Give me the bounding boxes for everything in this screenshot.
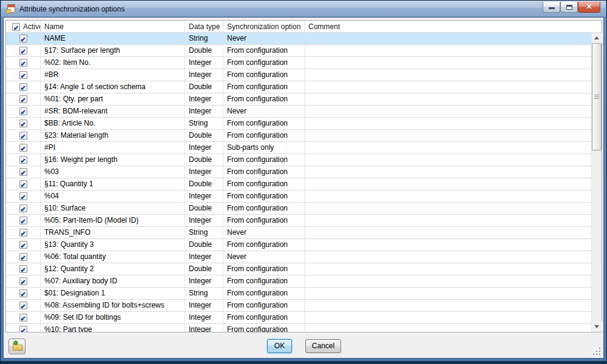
active-checkbox[interactable]: ✔ [19, 95, 27, 103]
table-row[interactable]: ✔ %06: Total quantity Integer Never [6, 251, 591, 263]
row-name-cell: $BB: Article No. [41, 118, 185, 129]
table-row[interactable]: ✔ %02: Item No. Integer From configurati… [6, 57, 591, 69]
active-checkbox[interactable]: ✔ [19, 71, 27, 79]
ok-button[interactable]: OK [267, 339, 292, 353]
row-data-type-cell: Double [185, 81, 223, 93]
vertical-scrollbar[interactable] [591, 33, 602, 332]
active-checkbox[interactable]: ✔ [19, 59, 27, 67]
check-icon: ✔ [21, 58, 26, 69]
close-button[interactable]: ✕ [578, 2, 600, 13]
row-active-cell: ✔ [6, 166, 41, 178]
table-row[interactable]: ✔ %01: Qty. per part Integer From config… [6, 93, 591, 106]
active-checkbox[interactable]: ✔ [19, 144, 27, 152]
row-active-cell: ✔ [6, 130, 41, 141]
active-checkbox[interactable]: ✔ [19, 302, 27, 309]
active-checkbox[interactable]: ✔ [19, 241, 27, 249]
active-checkbox[interactable]: ✔ [19, 180, 27, 188]
active-checkbox[interactable]: ✔ [19, 47, 27, 55]
row-active-cell: ✔ [6, 57, 41, 69]
row-name-cell: §23: Material length [41, 130, 185, 141]
cancel-button[interactable]: Cancel [305, 339, 341, 353]
active-checkbox[interactable]: ✔ [19, 265, 27, 273]
row-sync-option-cell: From configuration [223, 324, 305, 332]
column-header-comment[interactable]: Comment [305, 21, 602, 33]
table-row[interactable]: ✔ %09: Set ID for boltings Integer From … [6, 312, 591, 324]
scrollbar-thumb[interactable] [592, 43, 602, 150]
table-row[interactable]: ✔ #PI Integer Sub-parts only [6, 142, 591, 154]
row-sync-option-cell: From configuration [223, 288, 305, 299]
table-row[interactable]: ✔ §23: Material length Double From confi… [6, 130, 591, 142]
row-data-type-cell: Integer [185, 93, 223, 105]
active-checkbox[interactable]: ✔ [19, 192, 27, 200]
row-sync-option-cell: From configuration [223, 239, 305, 251]
row-sync-option-cell: From configuration [223, 130, 305, 141]
active-checkbox[interactable]: ✔ [19, 35, 27, 42]
column-header-name[interactable]: Name [41, 21, 185, 33]
table-row[interactable]: ✔ §17: Surface per length Double From co… [6, 45, 591, 57]
active-checkbox[interactable]: ✔ [19, 253, 27, 261]
attribute-table: ✔ Active Name Data type Synchronization … [5, 20, 602, 332]
row-name-cell: NAME [41, 33, 185, 44]
row-name-cell: %07: Auxiliary body ID [41, 275, 185, 287]
active-checkbox[interactable]: ✔ [19, 229, 27, 237]
row-sync-option-cell: From configuration [223, 300, 305, 311]
column-header-sync-option[interactable]: Synchronization option [223, 21, 305, 33]
load-configuration-button[interactable] [8, 339, 25, 354]
active-checkbox[interactable]: ✔ [19, 132, 27, 140]
row-comment-cell [305, 106, 591, 117]
select-all-checkbox[interactable]: ✔ [12, 23, 20, 31]
row-name-cell: TRANS_INFO [41, 227, 185, 238]
table-row[interactable]: ✔ %08: Assembling ID for bolts+screws In… [6, 300, 591, 312]
active-checkbox[interactable]: ✔ [19, 107, 27, 115]
row-name-cell: §10: Surface [41, 203, 185, 214]
scroll-up-button[interactable] [592, 33, 602, 43]
active-checkbox[interactable]: ✔ [19, 289, 27, 297]
check-icon: ✔ [21, 167, 26, 178]
table-row[interactable]: ✔ %03 Integer From configuration [6, 166, 591, 178]
table-row[interactable]: ✔ §12: Quantity 2 Double From configurat… [6, 263, 591, 275]
active-checkbox[interactable]: ✔ [19, 277, 27, 285]
active-checkbox[interactable]: ✔ [19, 326, 27, 332]
table-row[interactable]: ✔ §10: Surface Double From configuration [6, 203, 591, 215]
row-comment-cell [305, 130, 591, 141]
row-name-cell: §14: Angle 1 of section schema [41, 81, 185, 93]
active-checkbox[interactable]: ✔ [19, 204, 27, 212]
screen: Attribute synchronization options ✕ ✔ [0, 0, 607, 364]
resize-grip-icon[interactable] [593, 348, 602, 356]
table-row[interactable]: ✔ §11: Quantity 1 Double From configurat… [6, 178, 591, 190]
active-checkbox[interactable]: ✔ [19, 120, 27, 127]
row-active-cell: ✔ [6, 190, 41, 202]
active-checkbox[interactable]: ✔ [19, 156, 27, 164]
table-row[interactable]: ✔ §13: Quantity 3 Double From configurat… [6, 239, 591, 251]
table-row[interactable]: ✔ NAME String Never [6, 33, 591, 45]
table-row[interactable]: ✔ %04 Integer From configuration [6, 190, 591, 203]
row-name-cell: §16: Weight per length [41, 154, 185, 166]
table-row[interactable]: ✔ #SR: BOM-relevant Integer Never [6, 106, 591, 118]
column-header-active[interactable]: ✔ Active [6, 21, 41, 33]
table-row[interactable]: ✔ TRANS_INFO String Never [6, 227, 591, 239]
column-header-data-type[interactable]: Data type [185, 21, 223, 33]
maximize-button[interactable] [560, 2, 578, 13]
row-active-cell: ✔ [6, 81, 41, 93]
row-data-type-cell: Double [185, 154, 223, 166]
titlebar[interactable]: Attribute synchronization options ✕ [1, 1, 606, 17]
table-row[interactable]: ✔ %05: Part-Item-ID (Model ID) Integer F… [6, 215, 591, 227]
open-folder-add-icon [13, 343, 22, 351]
table-row[interactable]: ✔ %10: Part type Integer From configurat… [6, 324, 591, 332]
row-data-type-cell: Integer [185, 57, 223, 69]
scroll-down-button[interactable] [592, 322, 602, 332]
active-checkbox[interactable]: ✔ [19, 217, 27, 224]
row-active-cell: ✔ [6, 69, 41, 81]
table-row[interactable]: ✔ §16: Weight per length Double From con… [6, 154, 591, 166]
table-row[interactable]: ✔ %07: Auxiliary body ID Integer From co… [6, 275, 591, 288]
active-checkbox[interactable]: ✔ [19, 168, 27, 176]
minimize-button[interactable] [543, 2, 560, 13]
row-name-cell: §12: Quantity 2 [41, 263, 185, 275]
table-row[interactable]: ✔ #BR Integer From configuration [6, 69, 591, 81]
active-checkbox[interactable]: ✔ [19, 314, 27, 322]
active-checkbox[interactable]: ✔ [19, 83, 27, 91]
table-row[interactable]: ✔ $01: Designation 1 String From configu… [6, 288, 591, 300]
table-row[interactable]: ✔ §14: Angle 1 of section schema Double … [6, 81, 591, 93]
table-row[interactable]: ✔ $BB: Article No. String From configura… [6, 118, 591, 130]
row-name-cell: %09: Set ID for boltings [41, 312, 185, 323]
